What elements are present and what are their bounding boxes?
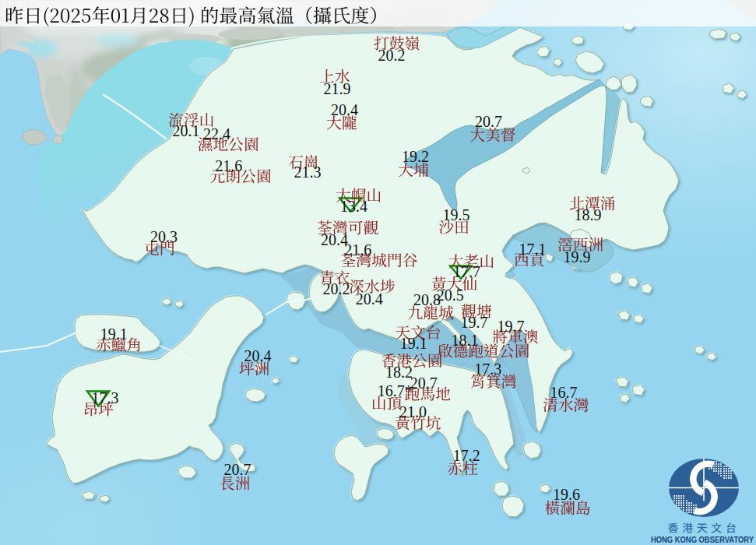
svg-text:19.9: 19.9 bbox=[564, 248, 591, 265]
svg-text:18.2: 18.2 bbox=[385, 364, 413, 381]
svg-text:16.7*: 16.7* bbox=[378, 382, 413, 399]
svg-text:20.7: 20.7 bbox=[410, 374, 438, 392]
svg-text:17.3: 17.3 bbox=[92, 389, 119, 406]
svg-text:18.9: 18.9 bbox=[575, 206, 602, 223]
svg-text:19.1: 19.1 bbox=[100, 325, 128, 343]
svg-text:20.2: 20.2 bbox=[378, 47, 406, 64]
svg-text:20.4: 20.4 bbox=[356, 290, 383, 308]
svg-text:21.6: 21.6 bbox=[215, 157, 242, 174]
svg-text:20.7: 20.7 bbox=[475, 113, 502, 130]
svg-text:21.3: 21.3 bbox=[294, 164, 321, 181]
svg-text:17.2: 17.2 bbox=[453, 447, 480, 464]
svg-text:20.5: 20.5 bbox=[437, 287, 464, 304]
svg-text:19.7: 19.7 bbox=[461, 314, 488, 331]
svg-text:17.3: 17.3 bbox=[474, 360, 501, 378]
svg-text:21.6: 21.6 bbox=[344, 241, 371, 258]
svg-text:19.2: 19.2 bbox=[402, 148, 429, 165]
svg-text:22.4: 22.4 bbox=[203, 125, 230, 142]
svg-text:19.6: 19.6 bbox=[553, 486, 580, 503]
svg-text:20.4: 20.4 bbox=[244, 347, 271, 364]
svg-text:19.5: 19.5 bbox=[443, 206, 470, 223]
svg-text:17.7: 17.7 bbox=[453, 263, 480, 280]
svg-text:19.1: 19.1 bbox=[400, 335, 427, 352]
svg-text:20.7: 20.7 bbox=[223, 461, 251, 478]
svg-text:16.7: 16.7 bbox=[550, 384, 577, 401]
svg-text:13.4: 13.4 bbox=[340, 198, 367, 215]
svg-text:20.4: 20.4 bbox=[331, 101, 358, 118]
svg-text:20.8: 20.8 bbox=[413, 291, 441, 308]
svg-text:21.0: 21.0 bbox=[399, 403, 427, 420]
svg-text:20.3: 20.3 bbox=[150, 228, 178, 245]
svg-text:HONG KONG OBSERVATORY: HONG KONG OBSERVATORY bbox=[651, 536, 754, 544]
svg-text:19.7: 19.7 bbox=[498, 318, 525, 335]
svg-text:21.9: 21.9 bbox=[323, 80, 350, 97]
svg-text:20.2: 20.2 bbox=[323, 280, 350, 297]
svg-text:18.1: 18.1 bbox=[451, 332, 478, 349]
svg-text:20.1: 20.1 bbox=[173, 122, 200, 139]
svg-text:17.1: 17.1 bbox=[519, 241, 547, 258]
